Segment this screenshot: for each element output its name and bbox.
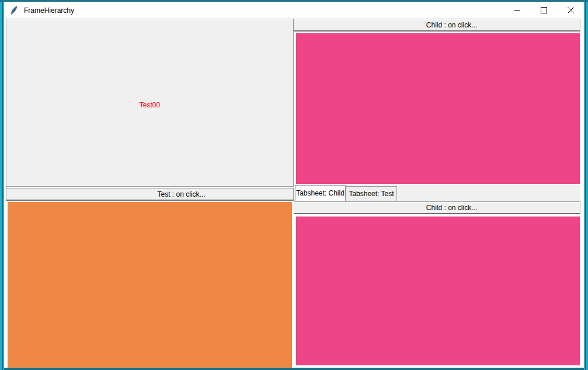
maximize-button[interactable] — [530, 2, 557, 19]
child-header-bar-bottom: Child : on click... — [294, 201, 580, 214]
minimize-icon — [514, 7, 520, 13]
window-border-bottom — [4, 368, 584, 370]
frame-child-bottom[interactable] — [296, 217, 580, 365]
window-border-left — [0, 2, 4, 370]
close-icon — [568, 7, 574, 13]
frame-test00-label: Test00 — [6, 101, 293, 109]
test-header-label: Test : on click... — [157, 190, 205, 198]
title-bar: FrameHierarchy — [4, 2, 584, 19]
content-area: Test00 Test : on click... Child : on cli… — [4, 19, 584, 368]
frame-test00[interactable]: Test00 — [6, 19, 294, 187]
tab-tabsheet-child[interactable]: Tabsheet: Child — [295, 185, 346, 201]
minimize-button[interactable] — [503, 2, 530, 19]
child-header-top-label: Child : on click... — [426, 21, 477, 29]
window-border-right — [584, 2, 588, 370]
python-feather-icon — [9, 6, 19, 15]
window-controls — [503, 2, 584, 19]
window-title: FrameHierarchy — [24, 6, 74, 15]
notebook-tab-row: Tabsheet: Child Tabsheet: Test — [294, 185, 580, 201]
child-header-bar-top: Child : on click... — [294, 19, 580, 32]
frame-child-top[interactable] — [296, 33, 580, 184]
tab-tabsheet-test[interactable]: Tabsheet: Test — [346, 186, 397, 201]
app-window: FrameHierarchy Test00 — [0, 0, 588, 370]
maximize-icon — [541, 7, 547, 13]
tab-tabsheet-child-label: Tabsheet: Child — [296, 189, 345, 197]
test-header-bar: Test : on click... — [6, 188, 294, 201]
tab-tabsheet-test-label: Tabsheet: Test — [349, 190, 394, 198]
child-header-bottom-label: Child : on click... — [426, 204, 477, 212]
frame-test-body[interactable] — [8, 202, 292, 368]
close-button[interactable] — [557, 2, 584, 19]
